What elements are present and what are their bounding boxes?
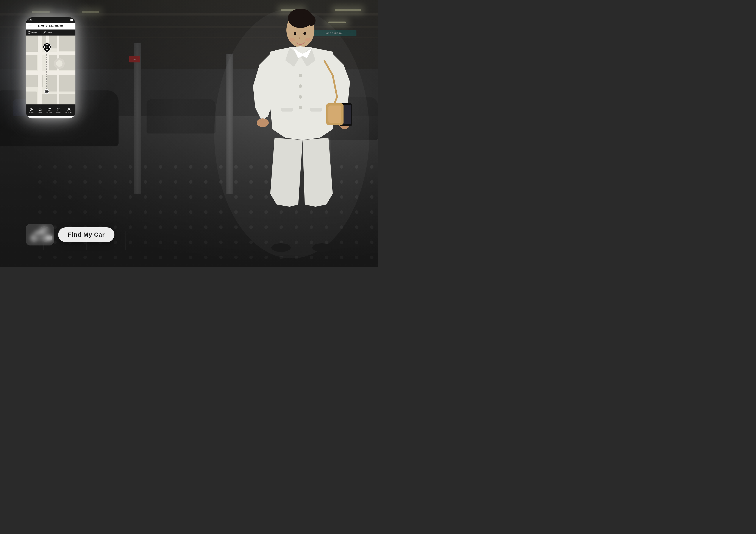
svg-rect-44: [48, 109, 48, 109]
svg-text:P: P: [46, 46, 47, 49]
svg-rect-20: [47, 74, 75, 91]
svg-point-62: [299, 95, 302, 99]
svg-point-75: [304, 32, 306, 35]
svg-rect-19: [58, 36, 75, 51]
svg-point-12: [44, 31, 45, 33]
app-title: ONE BANGKOK: [38, 24, 63, 28]
status-icons: ▮▮▮: [70, 19, 73, 21]
svg-rect-9: [30, 33, 30, 33]
svg-point-61: [299, 85, 302, 88]
svg-rect-7: [28, 33, 28, 33]
phone-status-bar: 9:41 ▮▮▮: [26, 17, 75, 23]
svg-point-73: [312, 243, 332, 252]
svg-rect-14: [26, 36, 39, 53]
svg-point-72: [271, 243, 291, 252]
svg-point-74: [294, 32, 296, 35]
car-icon-container: P: [26, 224, 54, 245]
svg-rect-3: [28, 32, 28, 32]
nav-item-myaccount[interactable]: My Account: [66, 108, 72, 113]
svg-rect-8: [29, 33, 30, 33]
svg-point-36: [46, 91, 48, 92]
nav-item-mecode[interactable]: Me Code: [46, 108, 52, 113]
nav-label-mecode: Me Code: [46, 112, 52, 113]
find-car-section: P Find My Car: [26, 224, 115, 245]
nav-label-shops: Shops: [38, 112, 42, 113]
svg-point-63: [299, 106, 302, 109]
nav-item-explore[interactable]: Explore: [29, 108, 33, 113]
svg-rect-47: [50, 110, 50, 110]
svg-rect-50: [50, 111, 50, 111]
icon-bg: [26, 224, 54, 245]
svg-rect-22: [26, 91, 37, 104]
svg-rect-23: [38, 36, 41, 104]
nav-item-shops[interactable]: Shops: [38, 108, 42, 113]
nav-item-parking[interactable]: P Parking: [56, 108, 61, 113]
svg-point-69: [257, 118, 269, 127]
svg-rect-11: [30, 33, 30, 34]
account-icon: [67, 108, 71, 111]
woman-svg: [195, 0, 371, 267]
svg-rect-27: [57, 36, 59, 104]
svg-rect-16: [26, 55, 37, 70]
phone-bottom-nav: Explore Shops Me Code: [26, 104, 75, 116]
phone-map[interactable]: P: [26, 36, 75, 104]
visitor-tab[interactable]: Visitor: [43, 31, 52, 34]
svg-rect-40: [40, 110, 40, 111]
qr-tab-label: My QR: [32, 32, 37, 34]
svg-text:P: P: [58, 109, 60, 111]
woman-figure: [195, 0, 371, 267]
svg-point-58: [303, 12, 311, 19]
map-svg: P: [26, 36, 75, 104]
shops-icon: [39, 108, 42, 111]
qr-tab[interactable]: My QR: [28, 31, 37, 34]
svg-rect-25: [26, 52, 75, 55]
nav-label-parking: Parking: [56, 112, 61, 113]
svg-rect-65: [310, 108, 322, 112]
svg-rect-10: [29, 33, 30, 34]
svg-point-77: [305, 38, 311, 41]
svg-rect-24: [26, 71, 75, 75]
hamburger-line-1: [28, 25, 32, 25]
hamburger-menu-button[interactable]: [28, 25, 32, 27]
svg-rect-45: [50, 109, 50, 109]
svg-point-60: [299, 74, 302, 77]
qr-code-icon: [28, 31, 31, 34]
svg-rect-48: [50, 110, 50, 110]
svg-rect-64: [281, 108, 293, 112]
svg-rect-39: [39, 109, 41, 111]
phone-header: ONE BANGKOK: [26, 23, 75, 30]
phone-qr-visitor-bar: My QR Visitor: [26, 30, 75, 36]
svg-rect-46: [48, 110, 48, 111]
visitor-tab-label: Visitor: [47, 32, 52, 34]
svg-point-29: [56, 60, 63, 67]
svg-point-53: [68, 108, 69, 110]
parking-nav-icon: P: [57, 108, 60, 111]
explore-icon: [30, 108, 33, 111]
nav-label-explore: Explore: [29, 112, 33, 113]
phone-mockup: 9:41 ▮▮▮ ONE BANGKOK: [26, 17, 75, 118]
mecode-icon: [47, 108, 51, 111]
status-time: 9:41: [28, 19, 32, 21]
person-icon: [43, 31, 46, 34]
find-my-car-button[interactable]: Find My Car: [58, 227, 115, 242]
hamburger-line-3: [28, 27, 32, 27]
svg-rect-71: [328, 106, 341, 123]
svg-rect-49: [50, 111, 50, 111]
svg-point-37: [30, 108, 32, 111]
nav-label-myaccount: My Account: [66, 112, 72, 113]
svg-point-38: [31, 109, 32, 110]
svg-rect-5: [30, 32, 30, 32]
svg-point-76: [288, 38, 295, 41]
hamburger-line-2: [28, 26, 32, 26]
